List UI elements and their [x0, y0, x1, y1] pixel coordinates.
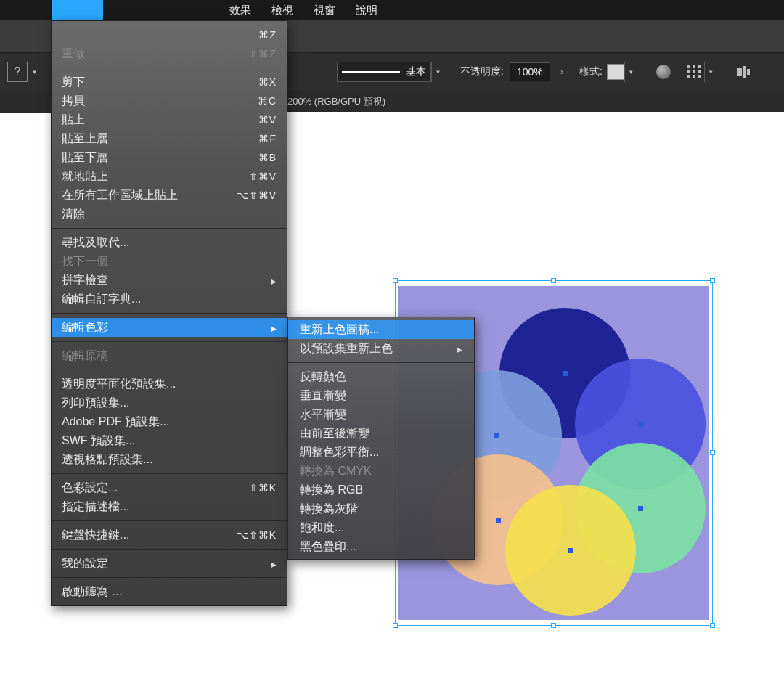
submenu-to-cmyk: 轉換為 CMYK [288, 462, 474, 481]
menu-color-settings[interactable]: 色彩設定...⇧⌘K [52, 478, 287, 497]
menu-paste-all-artboards[interactable]: 在所有工作區域上貼上⌥⇧⌘V [52, 186, 287, 205]
opacity-label: 不透明度: [460, 65, 504, 78]
edit-colors-submenu: 重新上色圖稿... 以預設集重新上色 反轉顏色 垂直漸變 水平漸變 由前至後漸變… [287, 317, 475, 560]
menu-window[interactable]: 視窗 [303, 4, 346, 17]
doc-zoom-info: 200% (RGB/GPU 預視) [287, 95, 385, 108]
submenu-recolor-artwork[interactable]: 重新上色圖稿... [288, 320, 474, 339]
style-label: 樣式: [579, 65, 603, 78]
submenu-blend-horizontal[interactable]: 水平漸變 [288, 405, 474, 424]
submenu-blend-front-back[interactable]: 由前至後漸變 [288, 424, 474, 443]
menu-copy[interactable]: 拷貝⌘C [52, 91, 287, 110]
stroke-style-dropdown[interactable]: 基本 [337, 62, 431, 82]
menu-find-next: 找下一個 [52, 252, 287, 271]
help-dropdown[interactable] [28, 62, 41, 82]
submenu-color-balance[interactable]: 調整色彩平衡... [288, 443, 474, 462]
submenu-saturate[interactable]: 飽和度... [288, 518, 474, 537]
menu-print-presets[interactable]: 列印預設集... [52, 393, 287, 412]
menu-edit-original: 編輯原稿 [52, 346, 287, 365]
menu-assign-profile[interactable]: 指定描述檔... [52, 497, 287, 516]
menu-my-settings[interactable]: 我的設定 [52, 554, 287, 573]
menu-keyboard-shortcuts[interactable]: 鍵盤快捷鍵...⌥⇧⌘K [52, 526, 287, 544]
menubar-active-tab[interactable] [52, 0, 103, 20]
menu-swf-presets[interactable]: SWF 預設集... [52, 431, 287, 450]
menu-pdf-presets[interactable]: Adobe PDF 預設集... [52, 412, 287, 431]
menu-custom-dictionary[interactable]: 編輯自訂字典... [52, 290, 287, 309]
svg-rect-2 [747, 69, 750, 75]
menu-spellcheck[interactable]: 拼字檢查 [52, 271, 287, 290]
submenu-overprint-black[interactable]: 黑色疊印... [288, 537, 474, 556]
menu-find-replace[interactable]: 尋找及取代... [52, 233, 287, 252]
submenu-to-gray[interactable]: 轉換為灰階 [288, 499, 474, 518]
selection-handle[interactable] [393, 278, 398, 283]
menu-start-dictation[interactable]: 啟動聽寫 … [52, 582, 287, 601]
align-dropdown[interactable] [704, 62, 717, 82]
transform-panel-icon[interactable] [733, 62, 754, 82]
selection-handle[interactable] [551, 623, 556, 628]
menu-transparency-presets[interactable]: 透明度平面化預設集... [52, 375, 287, 393]
selection-handle[interactable] [710, 278, 715, 283]
help-icon[interactable]: ? [7, 62, 28, 82]
submenu-invert[interactable]: 反轉顏色 [288, 367, 474, 386]
style-swatch[interactable] [607, 64, 624, 80]
menu-paste-in-place[interactable]: 就地貼上⇧⌘V [52, 167, 287, 186]
selection-handle[interactable] [710, 623, 715, 628]
selection-handle[interactable] [710, 450, 715, 455]
menu-clear[interactable]: 清除 [52, 205, 287, 224]
menu-undo[interactable]: ⌘Z [52, 25, 287, 44]
menu-redo: 重做⇧⌘Z [52, 44, 287, 63]
menu-edit-colors[interactable]: 編輯色彩 [52, 318, 287, 337]
selection-handle[interactable] [393, 623, 398, 628]
align-grid-icon[interactable] [684, 62, 704, 82]
style-dropdown[interactable] [624, 62, 637, 82]
menu-perspective-presets[interactable]: 透視格點預設集... [52, 450, 287, 469]
menu-paste[interactable]: 貼上⌘V [52, 110, 287, 129]
menu-cut[interactable]: 剪下⌘X [52, 73, 287, 91]
svg-rect-1 [743, 66, 746, 78]
app-menubar: 效果 檢視 視窗 說明 [0, 0, 784, 20]
menu-paste-front[interactable]: 貼至上層⌘F [52, 129, 287, 148]
submenu-to-rgb[interactable]: 轉換為 RGB [288, 481, 474, 499]
submenu-blend-vertical[interactable]: 垂直漸變 [288, 386, 474, 405]
menu-view[interactable]: 檢視 [261, 4, 303, 17]
stroke-style-arrow[interactable] [431, 62, 444, 82]
menu-help[interactable]: 說明 [346, 4, 388, 17]
stroke-style-label: 基本 [406, 65, 426, 78]
opacity-popup-arrow[interactable]: › [555, 62, 569, 81]
stroke-line-preview [342, 71, 400, 73]
menu-effects[interactable]: 效果 [219, 4, 261, 17]
submenu-recolor-preset[interactable]: 以預設集重新上色 [288, 339, 474, 358]
menu-paste-back[interactable]: 貼至下層⌘B [52, 148, 287, 167]
edit-menu-dropdown: ⌘Z 重做⇧⌘Z 剪下⌘X 拷貝⌘C 貼上⌘V 貼至上層⌘F 貼至下層⌘B 就地… [51, 20, 287, 606]
recolor-globe-icon[interactable] [653, 62, 674, 82]
selection-handle[interactable] [551, 278, 556, 283]
opacity-value-field[interactable]: 100% [510, 62, 550, 81]
svg-rect-0 [737, 68, 742, 76]
